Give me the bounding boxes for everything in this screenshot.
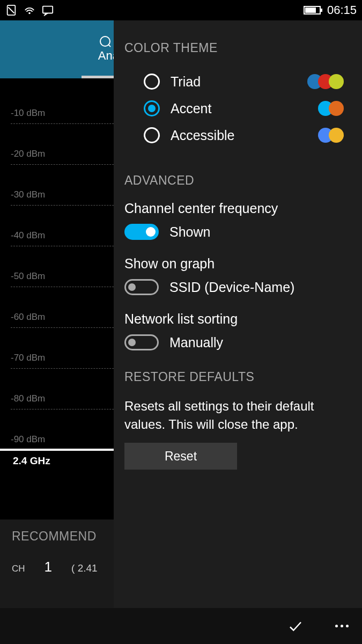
confirm-button[interactable] [285, 616, 306, 637]
color-theme-option-accent[interactable]: Accent [124, 95, 346, 122]
recommend-ch-label: CH [12, 564, 25, 574]
y-tick: -20 dBm [11, 149, 45, 159]
restore-title: RESTORE DEFAULTS [124, 370, 346, 384]
recommend-title: RECOMMEND [12, 529, 102, 544]
sort-value: Manually [169, 335, 223, 350]
settings-panel: COLOR THEME Triad Accent Accessible ADVA… [114, 20, 362, 608]
y-tick: -30 dBm [11, 189, 45, 200]
svg-point-2 [29, 13, 30, 14]
color-swatch [307, 74, 344, 89]
recommend-panel: RECOMMEND CH 1 ( 2.41 [0, 519, 114, 608]
color-swatch [318, 101, 344, 116]
show-graph-toggle[interactable] [124, 279, 159, 295]
recommend-ch-value: 1 [45, 559, 52, 575]
y-tick: -10 dBm [11, 108, 45, 119]
advanced-title: ADVANCED [124, 173, 346, 188]
signal-chart: -10 dBm -20 dBm -30 dBm -40 dBm -50 dBm … [0, 78, 114, 451]
y-tick: -80 dBm [11, 393, 45, 404]
sort-label: Network list sorting [124, 311, 346, 327]
y-tick: -50 dBm [11, 271, 45, 282]
background-app: Ana -10 dBm -20 dBm -30 dBm -40 dBm -50 … [0, 20, 114, 644]
y-tick: -60 dBm [11, 312, 45, 323]
analyze-tab-icon [100, 36, 110, 47]
svg-rect-3 [43, 6, 53, 13]
wifi-icon [24, 4, 35, 16]
color-theme-option-accessible[interactable]: Accessible [124, 122, 346, 149]
color-theme-title: COLOR THEME [124, 41, 346, 55]
sim-icon [5, 4, 17, 16]
sort-toggle[interactable] [124, 334, 159, 350]
svg-line-1 [9, 8, 14, 13]
y-tick: -70 dBm [11, 353, 45, 363]
status-time: 06:15 [327, 3, 357, 17]
y-tick: -90 dBm [11, 434, 45, 445]
channel-freq-value: Shown [169, 224, 210, 240]
show-graph-label: Show on graph [124, 256, 346, 272]
status-bar: 06:15 [0, 0, 362, 20]
analyze-tab-label[interactable]: Ana [98, 49, 114, 63]
radio-label: Accent [171, 101, 318, 116]
band-label: 2.4 GHz [0, 451, 114, 467]
y-tick: -40 dBm [11, 230, 45, 241]
color-swatch [318, 128, 344, 143]
radio-icon [144, 100, 160, 116]
battery-icon [304, 6, 321, 14]
radio-label: Triad [171, 74, 307, 90]
channel-freq-toggle[interactable] [124, 224, 159, 240]
radio-label: Accessible [171, 128, 318, 143]
app-bar [0, 608, 362, 644]
color-theme-option-triad[interactable]: Triad [124, 68, 346, 95]
channel-freq-label: Channel center frequency [124, 201, 346, 216]
recommend-freq: ( 2.41 [71, 562, 98, 574]
show-graph-value: SSID (Device-Name) [169, 280, 294, 295]
restore-description: Resets all settings to their default val… [124, 397, 346, 433]
more-icon [335, 625, 349, 627]
reset-button[interactable]: Reset [124, 443, 237, 470]
radio-icon [144, 127, 160, 143]
more-button[interactable] [331, 616, 352, 637]
message-icon [42, 4, 54, 16]
radio-icon [144, 74, 160, 90]
